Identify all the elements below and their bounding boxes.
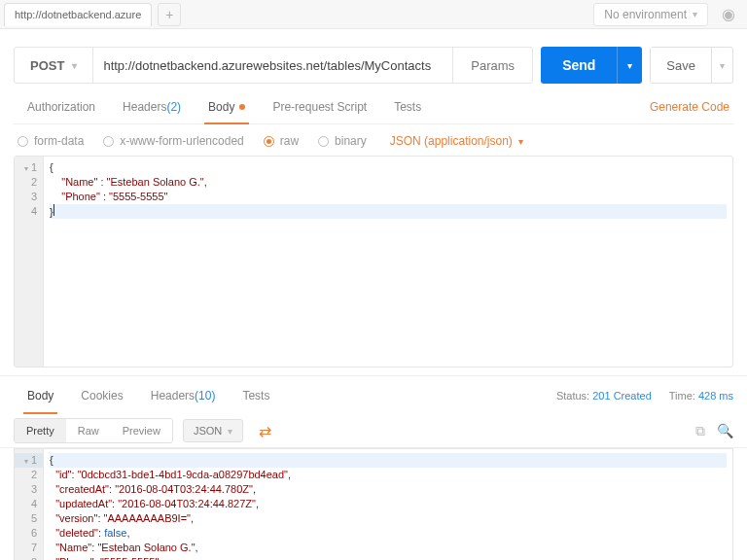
status-block: Status: 201 Created Time: 428 ms: [556, 390, 733, 402]
tab-title: http://dotnetbackend.azure: [15, 9, 141, 20]
eye-icon: ◉: [722, 6, 735, 22]
response-tabs: Body Cookies Headers (10) Tests Status: …: [0, 375, 747, 414]
wrap-lines-button[interactable]: ⇄: [253, 418, 277, 444]
view-mode-segment: Pretty Raw Preview: [14, 418, 173, 443]
gutter: ▾1 2 3 4 5 6 7 8 9: [15, 449, 44, 560]
chevron-down-icon: ▾: [72, 60, 77, 71]
content-type-select[interactable]: JSON (application/json)▾: [390, 134, 523, 148]
search-icon[interactable]: 🔍: [717, 423, 733, 439]
tab-prerequest[interactable]: Pre-request Script: [259, 89, 380, 124]
resp-tab-tests[interactable]: Tests: [229, 376, 283, 414]
save-button[interactable]: Save: [651, 48, 711, 83]
request-panel: POST ▾ Params Send ▾ Save ▾ Authorizatio…: [0, 29, 747, 368]
tab-headers[interactable]: Headers (2): [109, 89, 195, 124]
method-select[interactable]: POST ▾: [15, 48, 93, 83]
tab-tests[interactable]: Tests: [380, 89, 435, 124]
send-dropdown[interactable]: ▾: [617, 47, 642, 84]
response-view-bar: Pretty Raw Preview JSON▾ ⇄ ⧉ 🔍: [0, 414, 747, 447]
code-area[interactable]: { "Name" : "Esteban Solano G.", "Phone" …: [44, 157, 732, 367]
copy-icon[interactable]: ⧉: [695, 423, 705, 439]
radio-form-data[interactable]: form-data: [18, 134, 84, 148]
view-preview[interactable]: Preview: [111, 419, 172, 442]
method-label: POST: [30, 58, 64, 73]
unsaved-dot-icon: [239, 104, 245, 110]
request-body-editor[interactable]: ▾1 2 3 4 { "Name" : "Esteban Solano G.",…: [14, 156, 733, 368]
gutter: ▾1 2 3 4: [15, 157, 44, 367]
generate-code-link[interactable]: Generate Code: [650, 100, 733, 114]
tab-add-button[interactable]: +: [158, 3, 181, 26]
body-type-options: form-data x-www-form-urlencoded raw bina…: [14, 124, 733, 156]
time-value: 428 ms: [698, 390, 733, 402]
chevron-down-icon: ▾: [720, 60, 725, 71]
resp-tab-body[interactable]: Body: [14, 376, 67, 414]
request-tabs: Authorization Headers (2) Body Pre-reque…: [14, 89, 733, 124]
tab-authorization[interactable]: Authorization: [14, 89, 109, 124]
wrap-icon: ⇄: [259, 423, 271, 439]
tab-bar: http://dotnetbackend.azure + No environm…: [0, 0, 747, 29]
code-area[interactable]: { "id": "0dcbcd31-bde1-4bd1-9cda-a08297b…: [44, 449, 732, 560]
params-button[interactable]: Params: [452, 48, 532, 83]
view-raw[interactable]: Raw: [66, 419, 111, 442]
url-input[interactable]: [93, 48, 452, 83]
tab-request[interactable]: http://dotnetbackend.azure: [4, 3, 152, 26]
resp-tab-cookies[interactable]: Cookies: [67, 376, 136, 414]
plus-icon: +: [165, 7, 173, 22]
resp-tab-headers[interactable]: Headers (10): [137, 376, 230, 414]
chevron-down-icon: ▾: [518, 136, 523, 147]
tab-body[interactable]: Body: [195, 89, 259, 124]
environment-select[interactable]: No environment ▾: [593, 3, 708, 26]
send-button[interactable]: Send: [541, 47, 617, 84]
chevron-down-icon: ▾: [693, 9, 697, 19]
chevron-down-icon: ▾: [627, 60, 632, 71]
status-code: 201 Created: [592, 390, 652, 402]
environment-quicklook-button[interactable]: ◉: [718, 5, 739, 23]
format-select[interactable]: JSON▾: [183, 419, 243, 442]
view-pretty[interactable]: Pretty: [15, 419, 66, 442]
radio-raw[interactable]: raw: [264, 134, 299, 148]
radio-binary[interactable]: binary: [318, 134, 367, 148]
chevron-down-icon: ▾: [228, 426, 232, 437]
radio-urlencoded[interactable]: x-www-form-urlencoded: [103, 134, 243, 148]
response-body-editor: ▾1 2 3 4 5 6 7 8 9 { "id": "0dcbcd31-bde…: [0, 447, 747, 560]
save-dropdown[interactable]: ▾: [711, 48, 732, 83]
environment-label: No environment: [604, 8, 687, 21]
